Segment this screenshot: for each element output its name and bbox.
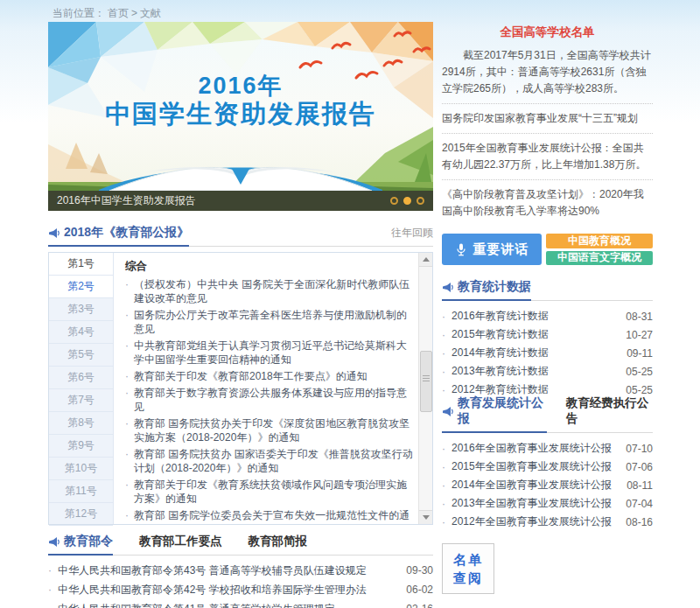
tab-ministry-workplan[interactable]: 教育部工作要点 <box>139 534 222 555</box>
tab-issue-2[interactable]: 第2号 <box>49 276 113 298</box>
list-item-date: 06-02 <box>406 584 433 596</box>
list-item[interactable]: ·2015年全国教育事业发展统计公报07-06 <box>442 458 653 476</box>
carousel-dot[interactable] <box>390 197 398 205</box>
tab-issue-9[interactable]: 第9号 <box>49 435 113 458</box>
gongbao-item[interactable]: ·国务院办公厅关于改革完善全科医生培养与使用激励机制的意见 <box>125 306 415 337</box>
tab-development-bulletin[interactable]: 教育发展统计公报 <box>442 395 547 433</box>
gongbao-item[interactable]: ·教育部 国务院扶贫办关于印发《深度贫困地区教育脱贫攻坚实施方案（2018-20… <box>125 415 415 445</box>
list-item-title: 2016年教育统计数据 <box>452 309 619 324</box>
list-item-date: 09-11 <box>626 347 653 360</box>
tab-issue-12[interactable]: 第12号 <box>49 503 113 526</box>
list-lookup-button[interactable]: 名单 查阅 <box>442 543 494 594</box>
tab-issue-5[interactable]: 第5号 <box>49 344 113 367</box>
bullet-icon: · <box>125 447 134 475</box>
gongbao-title: 2018年《教育部公报》 <box>64 225 189 241</box>
list-item[interactable]: ·2014年教育统计数据09-11 <box>442 344 653 362</box>
carousel-dots <box>390 197 424 205</box>
bullet-icon: · <box>442 461 452 473</box>
list-item[interactable]: ·2013年教育统计数据05-25 <box>442 362 653 381</box>
bullet-icon: · <box>125 308 134 336</box>
breadcrumb: 当前位置：首页>文献 <box>52 6 164 21</box>
gongbao-item-title: 教育部 国务院学位委员会关于宣布失效一批规范性文件的通知 <box>134 508 415 525</box>
tab-issue-7[interactable]: 第7号 <box>49 389 113 412</box>
list-item-title: 2015年全国教育事业发展统计公报 <box>452 459 619 474</box>
notice-link-line[interactable]: 国务院印发国家教育事业发展“十三五”规划 <box>442 104 653 134</box>
gongbao-item[interactable]: ·教育部 国务院学位委员会关于宣布失效一批规范性文件的通知 <box>125 507 415 524</box>
banner-caption-text[interactable]: 2016年中国学生资助发展报告 <box>57 193 390 208</box>
breadcrumb-label: 当前位置： <box>52 7 105 19</box>
list-item-date: 02-16 <box>406 603 433 608</box>
tab-ministry-briefing[interactable]: 教育部简报 <box>248 534 308 555</box>
china-language-overview-button[interactable]: 中国语言文字概况 <box>546 251 653 266</box>
list-item-date: 09-30 <box>406 564 433 577</box>
list-item-title: 2015年教育统计数据 <box>452 327 619 342</box>
bullet-icon: · <box>442 443 452 455</box>
carousel-dot-active[interactable] <box>403 197 411 205</box>
china-education-overview-button[interactable]: 中国教育概况 <box>546 234 653 248</box>
gongbao-item[interactable]: ·教育部关于印发《教育部2018年工作要点》的通知 <box>125 367 415 384</box>
bullet-icon: · <box>442 311 452 323</box>
gongbao-item[interactable]: ·中共教育部党组关于认真学习贯彻习近平总书记给莫斯科大学中国留学生重要回信精神的… <box>125 337 415 367</box>
archive-link[interactable]: 往年回顾 <box>391 226 433 241</box>
list-item[interactable]: ·中华人民共和国教育部令第41号 普通高等学校学生管理规定02-16 <box>48 599 433 608</box>
list-lookup-line2: 查阅 <box>453 569 483 587</box>
breadcrumb-current-link[interactable]: 文献 <box>140 7 161 19</box>
gongbao-item[interactable]: ·教育部关于印发《教育系统扶贫领域作风问题专项治理实施方案》的通知 <box>125 476 415 507</box>
tab-funds-announcement[interactable]: 教育经费执行公告 <box>566 395 653 432</box>
list-item[interactable]: ·中华人民共和国教育部令第43号 普通高等学校辅导员队伍建设规定09-30 <box>48 561 433 580</box>
tab-issue-3[interactable]: 第3号 <box>49 298 113 321</box>
list-item-date: 08-31 <box>626 311 653 323</box>
scrollbar-up-button[interactable] <box>419 253 432 267</box>
list-item[interactable]: ·2012年全国教育事业发展统计公报08-16 <box>442 513 653 531</box>
list-lookup-line1: 名单 <box>453 550 483 569</box>
bullet-icon: · <box>125 369 134 383</box>
gongbao-item[interactable]: ·教育部关于数字教育资源公共服务体系建设与应用的指导意见 <box>125 384 415 415</box>
list-item[interactable]: ·中华人民共和国教育部令第42号 学校招收和培养国际学生管理办法06-02 <box>48 580 433 599</box>
bullet-icon: · <box>442 347 452 360</box>
gongbao-box: 第1号 第2号 第3号 第4号 第5号 第6号 第7号 第8号 第9号 第10号… <box>48 252 433 525</box>
carousel-dot[interactable] <box>416 197 424 205</box>
bullet-icon: · <box>125 386 134 414</box>
list-item[interactable]: ·2013年全国教育事业发展统计公报07-04 <box>442 494 653 513</box>
microphone-icon <box>455 243 467 256</box>
arrow-up-icon <box>423 257 430 262</box>
scrollbar-down-button[interactable] <box>419 510 432 524</box>
gongbao-item[interactable]: ·教育部 国务院扶贫办 国家语委关于印发《推普脱贫攻坚行动计划（2018-202… <box>125 445 415 476</box>
gongbao-item[interactable]: ·（授权发布）中共中央 国务院关于全面深化新时代教师队伍建设改革的意见 <box>125 276 415 306</box>
stats-title-tab[interactable]: 教育统计数据 <box>442 279 531 301</box>
notice-link-line[interactable]: 《高中阶段教育普及攻坚计划》：2020年我国高中阶段教育毛入学率将达90% <box>442 180 653 226</box>
tab-issue-1[interactable]: 第1号 <box>49 253 113 276</box>
tab-issue-6[interactable]: 第6号 <box>49 367 113 389</box>
ministry-header: 教育部令 教育部工作要点 教育部简报 <box>48 533 433 556</box>
list-item-date: 05-25 <box>626 366 653 378</box>
banner-slide[interactable]: 2016年 中国学生资助发展报告 <box>48 22 433 191</box>
tab-ministry-decrees[interactable]: 教育部令 <box>48 534 113 556</box>
list-item-date: 08-11 <box>626 479 653 492</box>
tab-issue-8[interactable]: 第8号 <box>49 412 113 435</box>
list-item-date: 08-16 <box>626 516 653 528</box>
breadcrumb-home-link[interactable]: 首页 <box>108 7 129 19</box>
list-item[interactable]: ·2015年教育统计数据10-27 <box>442 325 653 344</box>
gongbao-item-title: 国务院办公厅关于改革完善全科医生培养与使用激励机制的意见 <box>134 308 415 336</box>
tab-issue-10[interactable]: 第10号 <box>49 458 113 480</box>
list-item[interactable]: ·2014年全国教育事业发展统计公报08-11 <box>442 476 653 494</box>
gongbao-item-title: 教育部关于印发《教育系统扶贫领域作风问题专项治理实施方案》的通知 <box>134 478 415 506</box>
tab-issue-11[interactable]: 第11号 <box>49 480 113 503</box>
megaphone-icon <box>48 536 60 548</box>
scrollbar-thumb[interactable] <box>420 351 432 412</box>
list-item[interactable]: ·2016年教育统计数据08-31 <box>442 307 653 325</box>
banner-caption-bar: 2016年中国学生资助发展报告 <box>48 191 433 211</box>
bullet-icon: · <box>442 366 452 378</box>
notice-title[interactable]: 全国高等学校名单 <box>442 22 653 40</box>
tab-issue-4[interactable]: 第4号 <box>49 321 113 344</box>
notice-link-line[interactable]: 2015年全国教育事业发展统计公报：全国共有幼儿园22.37万所，比上年增加1.… <box>442 134 653 180</box>
important-speeches-button[interactable]: 重要讲话 <box>442 234 542 265</box>
breadcrumb-separator: > <box>131 7 137 19</box>
category-heading: 综合 <box>125 256 415 276</box>
stats-list: ·2016年教育统计数据08-31 ·2015年教育统计数据10-27 ·201… <box>442 307 653 399</box>
gongbao-title-tab[interactable]: 2018年《教育部公报》 <box>48 225 189 247</box>
list-item-title: 中华人民共和国教育部令第42号 学校招收和培养国际学生管理办法 <box>58 583 399 598</box>
list-item[interactable]: ·2016年全国教育事业发展统计公报07-10 <box>442 439 653 458</box>
stats-title: 教育统计数据 <box>458 279 531 295</box>
megaphone-icon <box>442 282 453 293</box>
